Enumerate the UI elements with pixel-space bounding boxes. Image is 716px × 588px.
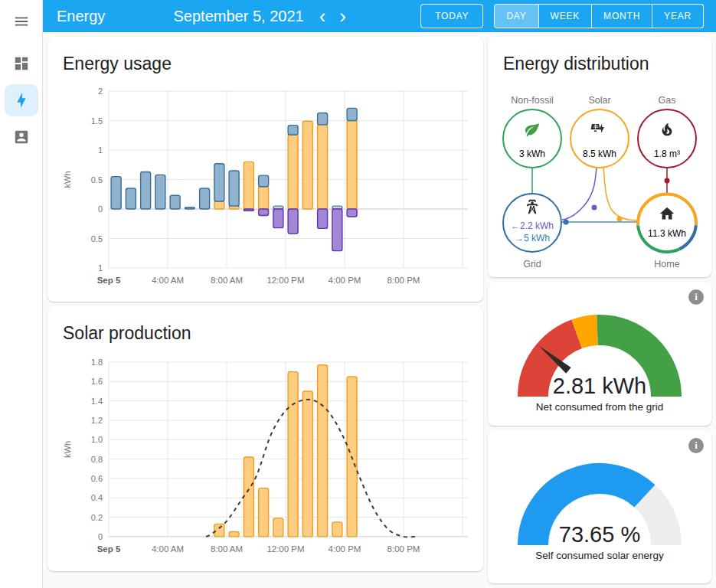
date-navigation: September 5, 2021 ‹ › — [105, 6, 420, 26]
view-button-month[interactable]: MONTH — [592, 4, 652, 28]
svg-text:8:00 AM: 8:00 AM — [211, 544, 243, 554]
svg-text:0.5: 0.5 — [91, 175, 103, 185]
grid-gauge: 2.81 kWh Net consumed from the grid — [500, 294, 699, 415]
grid-flow-dot — [564, 220, 569, 225]
solar-to-grid-line — [562, 168, 597, 220]
today-button[interactable]: TODAY — [420, 4, 483, 28]
svg-text:2: 2 — [98, 87, 103, 96]
next-day-button[interactable]: › — [333, 6, 352, 26]
svg-text:0.4: 0.4 — [91, 493, 103, 502]
home-value: 11.3 kWh — [648, 228, 686, 239]
solar-gauge-value: 73.65 % — [559, 522, 640, 547]
previous-day-button[interactable]: ‹ — [313, 6, 332, 26]
sidebar-item-account-box[interactable] — [5, 121, 38, 153]
grid-gauge-label: Net consumed from the grid — [536, 401, 664, 413]
svg-text:12:00 PM: 12:00 PM — [266, 544, 304, 554]
sidebar-items — [5, 43, 38, 153]
gas-value: 1.8 m³ — [654, 149, 680, 159]
svg-text:1.6: 1.6 — [91, 377, 103, 386]
left-column: Energy usage 21.510.500.51Sep 54:00 AM8:… — [47, 37, 483, 583]
gas-label: Gas — [659, 95, 676, 106]
solar-production-title: Solar production — [63, 323, 471, 344]
svg-text:4:00 PM: 4:00 PM — [329, 276, 361, 285]
grid-gauge-value: 2.81 kWh — [553, 374, 647, 398]
period-selector: DAYWEEKMONTHYEAR — [494, 4, 704, 28]
svg-text:1: 1 — [98, 145, 103, 155]
solar-gauge: 73.65 % Self consumed solar energy — [500, 443, 699, 564]
svg-text:0.8: 0.8 — [91, 455, 103, 464]
svg-text:4:00 AM: 4:00 AM — [152, 276, 184, 285]
sidebar-item-view-dashboard[interactable] — [5, 47, 38, 80]
info-icon[interactable]: i — [688, 438, 704, 453]
svg-text:1.0: 1.0 — [91, 435, 103, 444]
svg-text:1.5: 1.5 — [91, 116, 103, 126]
dashboard-content: Energy usage 21.510.500.51Sep 54:00 AM8:… — [43, 32, 716, 588]
non-fossil-value: 3 kWh — [519, 149, 545, 159]
energy-usage-card: Energy usage 21.510.500.51Sep 54:00 AM8:… — [47, 37, 483, 302]
solar-gauge-label: Self consumed solar energy — [535, 550, 664, 561]
header-controls: TODAY DAYWEEKMONTHYEAR — [420, 4, 704, 28]
svg-text:0.2: 0.2 — [91, 513, 103, 522]
app-header: Energy September 5, 2021 ‹ › TODAY DAYWE… — [43, 0, 716, 32]
view-button-year[interactable]: YEAR — [652, 4, 704, 28]
svg-text:0: 0 — [98, 532, 103, 541]
right-column: Energy distribution Non-fossil — [488, 37, 711, 583]
svg-text:8:00 PM: 8:00 PM — [387, 544, 420, 554]
page-title: Energy — [57, 8, 105, 25]
solar-label: Solar — [588, 95, 610, 106]
svg-text:kWh: kWh — [63, 441, 72, 458]
grid-import-value: ←2.2 kWh — [511, 220, 554, 231]
svg-text:kWh: kWh — [63, 172, 72, 188]
svg-text:1.8: 1.8 — [91, 358, 103, 367]
sidebar — [0, 0, 43, 588]
svg-text:1: 1 — [98, 263, 103, 273]
grid-label: Grid — [523, 259, 541, 270]
energy-distribution-title: Energy distribution — [503, 54, 699, 74]
energy-usage-chart[interactable]: 21.510.500.51Sep 54:00 AM8:00 AM12:00 PM… — [60, 85, 471, 290]
svg-text:0: 0 — [98, 204, 103, 214]
solar-production-card: Solar production 1.81.61.41.21.00.80.60.… — [47, 306, 483, 571]
app-window: Energy September 5, 2021 ‹ › TODAY DAYWE… — [0, 0, 716, 588]
view-button-day[interactable]: DAY — [494, 4, 538, 28]
menu-button[interactable] — [0, 0, 43, 43]
solar-production-chart[interactable]: 1.81.61.41.21.00.80.60.40.20Sep 54:00 AM… — [60, 354, 471, 560]
svg-text:8:00 PM: 8:00 PM — [387, 276, 420, 285]
gas-flow-dot — [665, 178, 670, 184]
svg-text:1.2: 1.2 — [91, 416, 103, 425]
svg-text:0.5: 0.5 — [91, 234, 103, 243]
svg-text:4:00 AM: 4:00 AM — [152, 544, 184, 554]
energy-distribution-diagram: Non-fossil Solar Gas — [500, 85, 699, 273]
solar-value: 8.5 kWh — [583, 149, 616, 159]
solar-return-dot — [592, 205, 597, 211]
view-button-week[interactable]: WEEK — [539, 4, 593, 28]
sidebar-item-lightning-bolt[interactable] — [5, 84, 38, 116]
view-dashboard-icon — [13, 55, 30, 72]
svg-text:4:00 PM: 4:00 PM — [329, 544, 361, 554]
solar-flow-dot — [617, 217, 623, 222]
grid-export-value: →5 kWh — [515, 233, 550, 243]
solar-to-home-line — [603, 168, 638, 220]
current-date: September 5, 2021 — [174, 8, 304, 25]
svg-text:1.4: 1.4 — [91, 397, 103, 406]
account-box-icon — [13, 129, 30, 145]
lightning-bolt-icon — [13, 92, 30, 109]
svg-text:12:00 PM: 12:00 PM — [266, 276, 304, 285]
grid-neutrality-gauge-card: i 2.81 kWh Net consumed from the grid — [488, 282, 711, 426]
energy-distribution-card: Energy distribution Non-fossil — [488, 37, 711, 277]
svg-text:0.6: 0.6 — [91, 474, 103, 483]
svg-text:8:00 AM: 8:00 AM — [211, 276, 243, 285]
info-icon[interactable]: i — [688, 289, 704, 305]
non-fossil-label: Non-fossil — [511, 95, 554, 106]
self-consumed-solar-gauge-card: i 73.65 % Self consumed solar energy — [488, 430, 711, 583]
energy-usage-title: Energy usage — [63, 54, 471, 74]
hamburger-menu-icon — [13, 13, 30, 30]
home-label: Home — [654, 259, 679, 270]
svg-text:Sep 5: Sep 5 — [97, 276, 121, 285]
svg-text:Sep 5: Sep 5 — [97, 544, 121, 554]
